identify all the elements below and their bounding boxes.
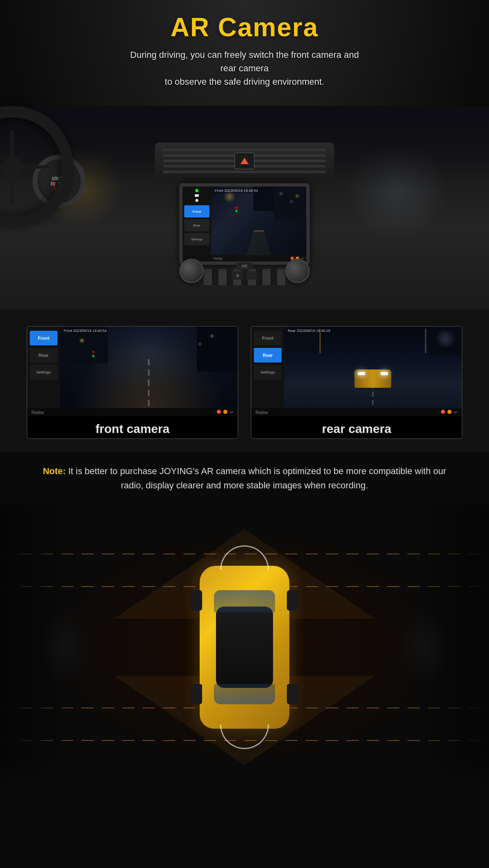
rear-cam-dot-red [441,410,445,414]
hero-section: 100 12080 km/h [0,0,489,310]
front-cam-dot-red [217,410,221,414]
car-top-view-section [0,505,489,790]
front-cam-bottom-bar: Replay ↩ [27,408,238,416]
hu-indicator-circle [195,199,198,202]
rear-cam-replay-label: Replay [256,410,268,415]
car-wheel-front-right [287,590,298,611]
side-panel-left [0,505,82,790]
note-prefix: Note: [43,466,66,476]
hero-subtitle: During driving, you can freely switch th… [122,48,367,88]
rear-cam-settings-button[interactable]: Settings [254,365,282,380]
rear-cam-front-button[interactable]: Front [254,331,282,345]
front-cam-sidebar: Front Rear Settings [27,327,60,408]
hu-indicator-green [195,189,198,192]
front-cam-dots: ↩ [217,410,233,415]
car-wheel-front-left [191,590,202,611]
dashboard-center: Front Rear Settings [122,138,367,310]
front-cam-settings-button[interactable]: Settings [30,365,57,380]
hu-settings-button[interactable]: Settings [184,233,209,245]
rear-cam-rear-button[interactable]: Rear [254,348,282,363]
ac-controls: A/C ⊕ [171,253,318,289]
bottom-fade [0,757,489,790]
rear-camera-label: rear camera [251,416,462,438]
night-city-scene [211,187,306,255]
side-panel-right [408,505,489,790]
front-camera-card: Front Rear Settings [26,326,238,439]
ac-label[interactable]: A/C [236,262,252,270]
front-cam-dot-orange [223,410,227,414]
car-top-view [187,558,302,737]
hero-title: AR Camera [0,12,489,42]
note-section: Note: It is better to purchase JOYING's … [0,451,489,505]
front-camera-feed: Front 2023/05/19 19:40:54 [60,327,238,408]
car-wheel-rear-right [287,684,298,704]
steering-hub [2,157,22,177]
note-body: It is better to purchase JOYING's AR cam… [66,466,446,490]
vent-area [155,143,334,179]
comparison-section: Front Rear Settings [0,310,489,451]
hu-timestamp: Front 2023/05/19 19:40:54 [214,188,259,193]
hazard-triangle-icon [240,158,249,164]
ac-mode-btn[interactable] [246,271,257,279]
hu-sidebar: Front Rear Settings [183,187,211,261]
ac-center-controls: A/C ⊕ [232,262,257,279]
car-windshield-rear [214,684,275,704]
hu-camera-feed: Front 2023/05/19 19:40:54 Replay ↩ [211,187,306,261]
ac-right-knob[interactable] [285,259,310,283]
front-camera-label: front camera [27,416,238,438]
ac-left-knob[interactable] [179,259,204,283]
left-cam-blur [41,607,90,688]
hazard-button[interactable] [234,152,255,169]
car-body [200,566,289,729]
front-cam-replay-label: Replay [31,410,44,415]
hu-indicator-white [195,194,199,197]
front-cam-front-button[interactable]: Front [30,331,57,345]
car-windshield-front [214,590,275,613]
hero-text-overlay: AR Camera During driving, you can freely… [0,0,489,88]
rear-cam-bottom-bar: Replay ↩ [251,408,462,416]
front-cam-rear-button[interactable]: Rear [30,348,57,363]
car-wheel-rear-left [191,684,202,704]
rear-cam-sidebar: Front Rear Settings [251,327,284,408]
car-roof [216,607,273,688]
rear-cam-dots: ↩ [441,410,458,415]
right-cam-blur [399,607,448,688]
rear-night-scene [284,327,462,408]
ac-fan-icon[interactable]: ⊕ [232,271,243,279]
front-cam-timestamp: Front 2023/05/19 19:40:54 [62,328,108,333]
front-cam-back-icon[interactable]: ↩ [230,410,233,415]
hu-rear-button[interactable]: Rear [184,219,209,231]
comparison-row: Front Rear Settings [24,326,465,439]
rear-camera-feed: Rear 2023/08/19 19:46:29 [284,327,462,408]
note-text: Note: It is better to purchase JOYING's … [33,464,456,492]
rear-cam-back-icon[interactable]: ↩ [454,410,458,415]
hu-front-button[interactable]: Front [184,205,209,218]
rear-cam-dot-orange [447,410,452,414]
front-night-scene [60,327,238,408]
rear-camera-card: Front Rear Settings [251,326,463,439]
rear-cam-timestamp: Rear 2023/08/19 19:46:29 [286,328,332,333]
